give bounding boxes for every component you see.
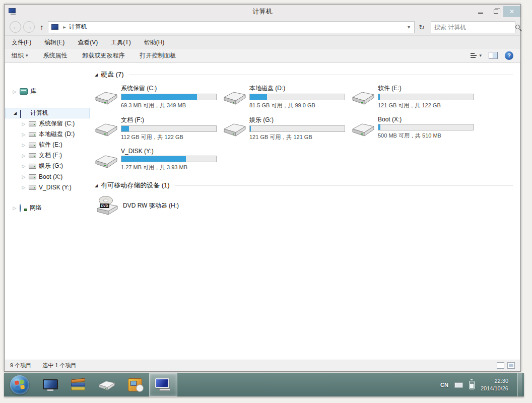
- drive-item-c[interactable]: 系统保留 (C:) 69.3 MB 可用，共 349 MB: [95, 84, 223, 109]
- taskbar-app-photos[interactable]: [121, 373, 149, 396]
- expander-icon[interactable]: ▷: [21, 121, 26, 126]
- restore-button[interactable]: [488, 6, 503, 17]
- drive-capacity: 112 GB 可用，共 122 GB: [121, 133, 217, 141]
- help-button[interactable]: ?: [505, 51, 513, 60]
- view-list-icon: [471, 52, 478, 58]
- menu-help[interactable]: 帮助(H): [144, 38, 165, 47]
- close-button[interactable]: ✕: [503, 6, 520, 17]
- uninstall-program-label: 卸载或更改程序: [83, 51, 125, 60]
- group-header-removable[interactable]: ◢ 有可移动存储的设备 (1): [95, 181, 513, 190]
- back-button[interactable]: ←: [10, 21, 21, 33]
- expander-icon[interactable]: ▷: [21, 164, 26, 169]
- libraries-label: 库: [30, 87, 36, 96]
- drive-usage-bar: [121, 125, 217, 132]
- drive-item-d[interactable]: 本地磁盘 (D:) 81.5 GB 可用，共 99.0 GB: [223, 84, 352, 109]
- expander-icon[interactable]: ▷: [12, 206, 17, 211]
- preview-pane-button[interactable]: [489, 52, 498, 59]
- address-bar[interactable]: ▸ 计算机 ▾: [48, 21, 415, 33]
- drive-item-y[interactable]: V_DISK (Y:) 1.27 MB 可用，共 3.93 MB: [95, 148, 223, 173]
- forward-button[interactable]: →: [23, 21, 35, 33]
- drive-usage-bar: [121, 156, 217, 162]
- search-icon[interactable]: [515, 25, 520, 29]
- taskbar: CN 22:30 2014/10/26: [4, 373, 524, 396]
- up-button[interactable]: ↑: [40, 23, 44, 31]
- details-view-toggle-icon[interactable]: [497, 362, 504, 369]
- taskbar-app-display[interactable]: [36, 373, 64, 396]
- address-dropdown-icon[interactable]: ▾: [406, 24, 412, 30]
- expander-icon[interactable]: ▷: [21, 185, 26, 190]
- sidebar-item-libraries[interactable]: ▷ 库: [5, 86, 91, 97]
- uninstall-program-button[interactable]: 卸载或更改程序: [83, 51, 125, 60]
- drive-icon: [29, 185, 36, 190]
- group-collapse-icon[interactable]: ◢: [95, 183, 98, 188]
- breadcrumb-arrow-icon: ▸: [63, 24, 66, 30]
- organize-button[interactable]: 组织 ▾: [12, 51, 28, 60]
- menu-tools[interactable]: 工具(T): [111, 38, 130, 47]
- change-view-button[interactable]: ▾: [471, 52, 482, 58]
- drive-capacity: 500 MB 可用，共 510 MB: [378, 132, 474, 140]
- organize-dropdown-icon: ▾: [26, 53, 28, 58]
- drive-capacity: 121 GB 可用，共 121 GB: [249, 133, 345, 141]
- taskbar-app-explorer-active[interactable]: [149, 373, 177, 396]
- start-button[interactable]: [10, 375, 29, 394]
- expander-icon[interactable]: ▷: [21, 143, 26, 148]
- drive-usage-fill: [121, 126, 129, 131]
- sidebar-item-drive-f[interactable]: ▷ 文档 (F:): [5, 150, 91, 161]
- open-control-panel-label: 打开控制面板: [140, 51, 176, 60]
- view-dropdown-icon: ▾: [479, 53, 482, 58]
- show-desktop-button[interactable]: [517, 373, 522, 396]
- monitor-icon: [43, 379, 58, 391]
- clock[interactable]: 22:30 2014/10/26: [481, 377, 508, 392]
- drive-item-g[interactable]: 娱乐 (G:) 121 GB 可用，共 121 GB: [223, 116, 352, 141]
- expander-icon[interactable]: ▷: [21, 153, 26, 158]
- drive-item-e[interactable]: 软件 (E:) 121 GB 可用，共 122 GB: [352, 84, 480, 109]
- sidebar-item-drive-x[interactable]: ▷ Boot (X:): [5, 171, 91, 182]
- language-indicator[interactable]: CN: [440, 382, 448, 388]
- open-control-panel-button[interactable]: 打开控制面板: [140, 51, 176, 60]
- sidebar-item-network[interactable]: ▷ 网络: [5, 203, 91, 213]
- taskbar-app-archiver[interactable]: [64, 373, 93, 396]
- drive-item-f[interactable]: 文档 (F:) 112 GB 可用，共 122 GB: [95, 116, 223, 141]
- network-icon: [20, 205, 27, 211]
- search-box[interactable]: [431, 21, 515, 33]
- group-removable-label: 有可移动存储的设备 (1): [101, 181, 170, 190]
- expander-icon[interactable]: ▷: [21, 132, 26, 137]
- minimize-button[interactable]: [473, 6, 488, 17]
- group-header-hdd[interactable]: ◢ 硬盘 (7): [95, 70, 513, 79]
- thumbnail-view-toggle-icon[interactable]: [507, 362, 515, 369]
- group-collapse-icon[interactable]: ◢: [95, 73, 98, 77]
- drive-capacity: 81.5 GB 可用，共 99.0 GB: [249, 102, 345, 109]
- touch-keyboard-icon[interactable]: [454, 382, 463, 388]
- hard-drive-icon: [223, 121, 246, 137]
- drive-icon: [29, 121, 36, 126]
- title-bar[interactable]: 计算机 ✕: [5, 5, 520, 19]
- search-input[interactable]: [431, 24, 515, 31]
- breadcrumb-location[interactable]: 计算机: [69, 23, 87, 31]
- drive-label: 软件 (E:): [39, 141, 62, 149]
- refresh-button[interactable]: ↻: [416, 21, 428, 33]
- menu-view[interactable]: 查看(V): [78, 38, 98, 47]
- book-stack-icon: [71, 379, 86, 391]
- sidebar-item-drive-y[interactable]: ▷ V_DISK (Y:): [5, 182, 91, 192]
- dvd-drive-item[interactable]: DVD RW 驱动器 (H:): [96, 195, 513, 216]
- sidebar-item-drive-d[interactable]: ▷ 本地磁盘 (D:): [5, 129, 91, 140]
- taskbar-app-disk-tool[interactable]: [93, 373, 121, 396]
- expander-icon[interactable]: ▷: [12, 89, 17, 94]
- expander-icon[interactable]: ▷: [21, 174, 26, 179]
- system-properties-button[interactable]: 系统属性: [43, 51, 68, 60]
- drive-capacity: 69.3 MB 可用，共 349 MB: [121, 102, 217, 109]
- network-label: 网络: [30, 204, 42, 212]
- expander-icon[interactable]: ◢: [13, 111, 18, 115]
- hard-drive-grid: 系统保留 (C:) 69.3 MB 可用，共 349 MB 本地磁盘 (D:) …: [95, 84, 513, 173]
- sidebar-item-drive-g[interactable]: ▷ 娱乐 (G:): [5, 161, 91, 171]
- hard-drive-icon: [98, 379, 115, 391]
- drive-label: 文档 (F:): [39, 151, 62, 160]
- sidebar-item-drive-c[interactable]: ▷ 系统保留 (C:): [5, 118, 91, 129]
- sidebar-item-drive-e[interactable]: ▷ 软件 (E:): [5, 140, 91, 150]
- drive-item-x[interactable]: Boot (X:) 500 MB 可用，共 510 MB: [352, 116, 480, 141]
- menu-file[interactable]: 文件(F): [12, 38, 31, 47]
- menu-edit[interactable]: 编辑(E): [44, 38, 64, 47]
- sidebar-item-computer[interactable]: ◢ 计算机: [5, 108, 90, 118]
- hard-drive-icon: [352, 89, 375, 105]
- battery-icon[interactable]: [469, 381, 475, 389]
